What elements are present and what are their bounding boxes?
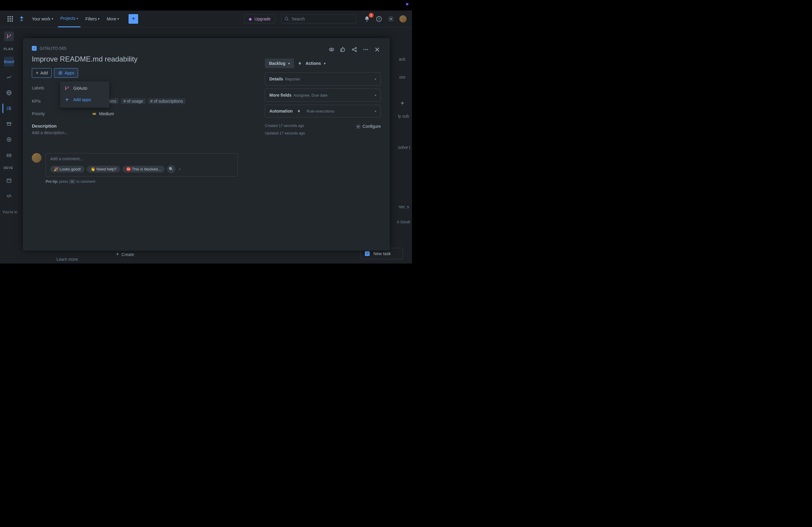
svg-point-11: [6, 107, 8, 108]
svg-rect-23: [7, 179, 11, 182]
svg-point-33: [330, 48, 334, 51]
sidebar-board-label: Board: [4, 59, 14, 64]
dropdown-item-add-apps[interactable]: + Add apps: [60, 93, 109, 106]
svg-point-27: [59, 72, 62, 75]
bg-text: solve t: [398, 145, 410, 150]
sidebar-section-planning: PLAN: [2, 47, 20, 51]
nav-more-label: More: [106, 16, 116, 21]
create-button[interactable]: +: [129, 14, 138, 24]
dropdown-gitauto-label: GitAuto: [73, 86, 87, 91]
like-icon[interactable]: [339, 46, 347, 53]
plus-icon: +: [36, 70, 39, 76]
svg-point-19: [7, 137, 11, 141]
app-window: Your work▾ Projects▾ Filters▾ More▾ + ◆ …: [0, 11, 412, 264]
bg-text: ly sub: [398, 114, 409, 119]
sidebar-target-icon[interactable]: [4, 135, 14, 144]
svg-point-34: [331, 49, 332, 50]
automation-sub: Rule executions: [307, 109, 335, 114]
suggestion-chip-looks-good[interactable]: 🎉 Looks good!: [50, 166, 84, 172]
watch-icon[interactable]: [328, 46, 335, 53]
sidebar-globe-icon[interactable]: [4, 88, 14, 97]
suggestion-chip-blocked[interactable]: ⛔ This is blocked...: [122, 166, 164, 172]
share-icon[interactable]: [351, 46, 358, 53]
nav-projects[interactable]: Projects▾: [58, 11, 81, 27]
notifications-button[interactable]: 1: [362, 14, 372, 24]
svg-text:?: ?: [378, 17, 380, 21]
bg-create-button[interactable]: +Create: [116, 251, 134, 257]
chevron-down-icon: ▾: [98, 17, 99, 20]
actions-label: Actions: [305, 61, 321, 66]
status-dropdown[interactable]: Backlog ▾: [265, 59, 294, 68]
sidebar-reports-icon[interactable]: [4, 72, 14, 82]
svg-line-25: [9, 195, 9, 197]
details-panel[interactable]: DetailsReporter ▾: [265, 72, 381, 86]
details-panel-title: Details: [270, 77, 283, 81]
app-switcher-icon[interactable]: [5, 14, 15, 24]
upgrade-button[interactable]: ◆ Upgrade: [244, 14, 275, 24]
svg-line-38: [353, 48, 356, 49]
svg-point-28: [65, 87, 66, 87]
protip-press: press: [59, 179, 68, 184]
nav-your-work-label: Your work: [32, 16, 50, 21]
user-avatar[interactable]: [400, 15, 407, 22]
issue-title[interactable]: Improve README.md readability: [32, 55, 258, 63]
sidebar-board[interactable]: Board: [4, 57, 14, 66]
issue-key[interactable]: GITAUTO-565: [40, 46, 67, 51]
issue-type-icon[interactable]: ✓: [32, 46, 37, 51]
more-actions-icon[interactable]: [362, 46, 369, 53]
status-label: Backlog: [269, 61, 285, 66]
sidebar-tray-icon[interactable]: [4, 150, 14, 160]
close-icon[interactable]: [374, 46, 381, 53]
svg-point-29: [65, 89, 66, 90]
chevron-down-icon: ▾: [324, 62, 325, 65]
project-icon[interactable]: [4, 31, 14, 41]
chevron-down-icon: ▾: [288, 62, 290, 65]
settings-button[interactable]: [386, 14, 396, 24]
automation-panel[interactable]: Automation Rule executions ▾: [265, 105, 381, 117]
nav-filters[interactable]: Filters▾: [83, 11, 102, 27]
protip-key: M: [69, 179, 75, 184]
suggestion-chip-need-help[interactable]: 👋 Need help?: [87, 166, 120, 172]
description-placeholder[interactable]: Add a description...: [32, 130, 258, 135]
kpi-tag[interactable]: # of usage: [121, 98, 145, 104]
git-branch-icon: [64, 86, 70, 91]
learn-more-link[interactable]: Learn more: [56, 257, 78, 262]
help-button[interactable]: ?: [374, 14, 384, 24]
svg-point-6: [7, 37, 8, 38]
protip-comment: to comment: [76, 179, 96, 184]
svg-point-41: [365, 49, 366, 50]
configure-button[interactable]: Configure: [356, 123, 381, 130]
kpi-tag[interactable]: # of subscriptions: [148, 98, 186, 104]
suggestion-chip-search[interactable]: 🔍: [167, 165, 175, 173]
chevron-right-icon[interactable]: ›: [178, 165, 182, 173]
search-input[interactable]: Search: [281, 14, 356, 24]
dropdown-add-apps-label: Add apps: [73, 97, 91, 102]
svg-point-5: [7, 34, 8, 35]
chevron-down-icon: ▾: [76, 17, 78, 20]
priority-value[interactable]: Medium: [99, 111, 114, 116]
jira-logo-icon[interactable]: [17, 14, 27, 24]
comment-box[interactable]: Add a comment... 🎉 Looks good! 👋 Need he…: [46, 153, 238, 177]
more-fields-panel[interactable]: More fieldsAssignee, Due date ▾: [265, 89, 381, 102]
description-label: Description: [32, 123, 258, 129]
nav-more[interactable]: More▾: [104, 11, 121, 27]
sidebar-list-icon[interactable]: [2, 104, 12, 113]
bg-plus-icon[interactable]: +: [401, 100, 404, 107]
svg-point-20: [9, 139, 10, 140]
nav-filters-label: Filters: [85, 16, 97, 21]
search-placeholder: Search: [292, 16, 305, 21]
svg-line-39: [353, 50, 356, 51]
apps-button[interactable]: Apps: [54, 68, 78, 78]
nav-your-work[interactable]: Your work▾: [29, 11, 56, 27]
protip-label: Pro tip:: [46, 179, 58, 184]
add-button[interactable]: + Add: [32, 68, 52, 78]
comment-avatar: [32, 153, 41, 163]
sidebar-calendar-icon[interactable]: [4, 176, 14, 185]
issue-modal-left: ✓ GITAUTO-565 Improve README.md readabil…: [32, 46, 258, 243]
sidebar-archive-icon[interactable]: [4, 119, 14, 129]
svg-rect-18: [8, 123, 11, 125]
dropdown-item-gitauto[interactable]: GitAuto: [60, 83, 109, 93]
comment-input-placeholder[interactable]: Add a comment...: [50, 156, 233, 161]
sidebar-code-icon[interactable]: [4, 191, 14, 201]
actions-dropdown[interactable]: Actions ▾: [298, 61, 325, 66]
